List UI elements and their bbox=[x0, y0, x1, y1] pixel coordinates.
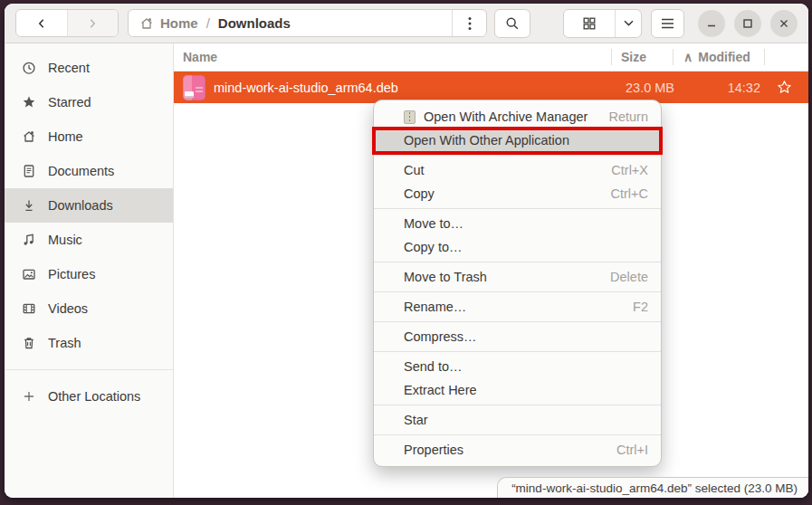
window-body: Recent Starred Home Documents bbox=[5, 43, 808, 498]
hamburger-icon bbox=[661, 18, 674, 29]
menu-item-label: Extract Here bbox=[404, 383, 477, 397]
plus-icon bbox=[21, 389, 36, 404]
close-icon bbox=[779, 18, 789, 29]
menu-item-extract-here[interactable]: Extract Here bbox=[374, 378, 661, 402]
menu-separator bbox=[374, 321, 661, 322]
menu-separator bbox=[374, 434, 661, 435]
search-button[interactable] bbox=[494, 9, 530, 38]
menu-shortcut: Ctrl+I bbox=[616, 443, 648, 457]
menu-item-open-with-archive-manager[interactable]: Open With Archive Manager Return bbox=[374, 105, 661, 129]
minimize-button[interactable] bbox=[698, 10, 725, 37]
menu-item-compress[interactable]: Compress… bbox=[374, 325, 661, 348]
navigation-buttons bbox=[15, 9, 119, 37]
home-icon bbox=[139, 16, 154, 31]
grid-view-button[interactable] bbox=[564, 10, 615, 37]
file-modified-time: 14:32 bbox=[674, 81, 760, 95]
sidebar-item-trash[interactable]: Trash bbox=[5, 326, 173, 360]
menu-shortcut: Return bbox=[608, 110, 648, 124]
menu-shortcut: F2 bbox=[633, 300, 648, 314]
menu-item-label: Copy bbox=[404, 186, 435, 201]
selection-status-bar: “mind-work-ai-studio_arm64.deb” selected… bbox=[497, 477, 808, 498]
column-header-modified-label: Modified bbox=[698, 50, 750, 64]
sidebar-item-other-locations[interactable]: Other Locations bbox=[5, 379, 173, 414]
window-controls bbox=[698, 10, 798, 37]
sort-ascending-icon: ∧ bbox=[683, 50, 693, 64]
sidebar-item-music[interactable]: Music bbox=[5, 223, 173, 257]
app-menu-button[interactable] bbox=[651, 9, 684, 38]
menu-separator bbox=[374, 262, 661, 262]
sidebar-item-documents[interactable]: Documents bbox=[5, 154, 173, 188]
menu-item-label: Move to… bbox=[404, 216, 463, 231]
column-header-size[interactable]: Size bbox=[612, 50, 673, 64]
menu-item-copy-to[interactable]: Copy to… bbox=[374, 235, 661, 259]
breadcrumb: Home / Downloads bbox=[128, 9, 487, 37]
sidebar-item-label: Downloads bbox=[48, 198, 113, 213]
back-button[interactable] bbox=[16, 10, 67, 36]
menu-separator bbox=[374, 155, 661, 156]
view-toggle bbox=[563, 9, 642, 38]
menu-item-label: Copy to… bbox=[404, 240, 462, 254]
file-row-selected[interactable]: mind-work-ai-studio_arm64.deb 23.0 MB 14… bbox=[174, 71, 808, 103]
close-button[interactable] bbox=[770, 10, 798, 37]
menu-item-move-to-trash[interactable]: Move to Trash Delete bbox=[374, 265, 661, 289]
sidebar-item-label: Home bbox=[48, 129, 83, 144]
sidebar-separator bbox=[5, 369, 173, 370]
sidebar-item-home[interactable]: Home bbox=[5, 119, 173, 154]
sidebar-item-pictures[interactable]: Pictures bbox=[5, 257, 173, 291]
menu-item-cut[interactable]: Cut Ctrl+X bbox=[374, 158, 661, 182]
film-strip-icon bbox=[21, 301, 36, 316]
menu-shortcut: Ctrl+X bbox=[611, 163, 648, 177]
star-outline-icon bbox=[777, 80, 792, 95]
sidebar: Recent Starred Home Documents bbox=[5, 43, 174, 498]
menu-shortcut: Ctrl+C bbox=[611, 186, 649, 201]
header-bar: Home / Downloads bbox=[5, 4, 808, 43]
sidebar-item-label: Other Locations bbox=[48, 389, 140, 404]
list-column-headers: Name Size ∧ Modified bbox=[174, 43, 808, 71]
forward-button[interactable] bbox=[67, 10, 119, 36]
menu-item-open-with-other-application[interactable]: Open With Other Application bbox=[374, 129, 661, 152]
sidebar-item-downloads[interactable]: Downloads bbox=[5, 188, 173, 223]
view-options-dropdown[interactable] bbox=[615, 10, 641, 37]
sidebar-item-recent[interactable]: Recent bbox=[5, 51, 173, 85]
menu-item-label: Open With Archive Manager bbox=[424, 110, 588, 124]
sidebar-item-label: Videos bbox=[48, 301, 88, 316]
star-icon bbox=[21, 95, 36, 110]
menu-item-star[interactable]: Star bbox=[374, 408, 661, 432]
menu-item-move-to[interactable]: Move to… bbox=[374, 212, 661, 235]
menu-separator bbox=[374, 405, 661, 405]
menu-item-label: Compress… bbox=[404, 329, 477, 344]
search-icon bbox=[505, 16, 520, 31]
maximize-icon bbox=[742, 18, 753, 29]
maximize-button[interactable] bbox=[734, 10, 761, 37]
menu-item-copy[interactable]: Copy Ctrl+C bbox=[374, 182, 661, 205]
star-toggle-button[interactable] bbox=[760, 80, 808, 95]
home-icon bbox=[21, 129, 36, 144]
minimize-icon bbox=[706, 18, 717, 29]
file-name: mind-work-ai-studio_arm64.deb bbox=[214, 81, 614, 95]
breadcrumb-home[interactable]: Home bbox=[139, 15, 198, 31]
sidebar-item-label: Music bbox=[48, 233, 82, 247]
menu-item-label: Open With Other Application bbox=[404, 133, 569, 148]
breadcrumb-current: Downloads bbox=[218, 15, 291, 31]
column-header-modified[interactable]: ∧ Modified bbox=[673, 50, 764, 64]
path-options-button[interactable] bbox=[452, 10, 486, 36]
menu-shortcut: Delete bbox=[610, 270, 648, 284]
menu-item-label: Move to Trash bbox=[404, 270, 487, 284]
menu-separator bbox=[374, 208, 661, 209]
sidebar-item-videos[interactable]: Videos bbox=[5, 291, 173, 326]
menu-item-send-to[interactable]: Send to… bbox=[374, 355, 661, 378]
file-size: 23.0 MB bbox=[614, 81, 674, 95]
menu-item-rename[interactable]: Rename… F2 bbox=[374, 295, 661, 319]
archive-manager-icon bbox=[404, 110, 416, 124]
clock-icon bbox=[21, 61, 36, 75]
column-header-name[interactable]: Name bbox=[174, 50, 611, 64]
menu-item-label: Send to… bbox=[404, 359, 463, 374]
menu-item-properties[interactable]: Properties Ctrl+I bbox=[374, 438, 661, 462]
kebab-menu-icon bbox=[468, 16, 472, 31]
download-arrow-icon bbox=[21, 198, 36, 213]
sidebar-item-starred[interactable]: Starred bbox=[5, 85, 173, 119]
trash-can-icon bbox=[21, 336, 36, 350]
selection-status-text: “mind-work-ai-studio_arm64.deb” selected… bbox=[511, 481, 798, 495]
document-icon bbox=[21, 164, 36, 178]
breadcrumb-separator: / bbox=[206, 15, 210, 31]
